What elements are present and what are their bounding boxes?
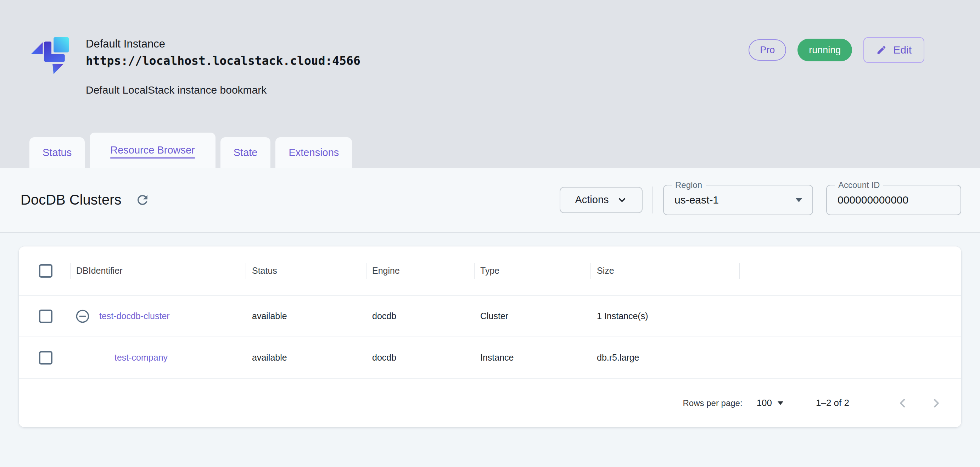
rows-per-page-select[interactable]: 100 <box>757 397 783 408</box>
column-header-type: Type <box>474 266 590 276</box>
refresh-icon <box>135 193 150 207</box>
account-id-field[interactable]: Account ID 000000000000 <box>826 185 961 215</box>
actions-button-label: Actions <box>575 194 609 206</box>
region-select-label: Region <box>671 180 706 190</box>
table-header-checkbox-cell <box>19 264 70 277</box>
minus-circle-icon <box>75 309 90 324</box>
pagination-range: 1–2 of 2 <box>816 397 849 408</box>
row-checkbox[interactable] <box>39 351 52 365</box>
row-type-cell: Instance <box>474 352 590 363</box>
header-badges: Pro running Edit <box>749 37 924 63</box>
rows-per-page-label: Rows per page: <box>683 398 743 408</box>
column-header-dbidentifier: DBIdentifier <box>70 266 246 276</box>
clusters-table-card: DBIdentifier Status Engine Type Size <box>19 247 961 427</box>
tab-status[interactable]: Status <box>29 137 85 168</box>
chevron-right-icon <box>929 396 943 410</box>
row-engine-cell: docdb <box>366 352 474 363</box>
row-status-cell: available <box>246 352 366 363</box>
instance-url: https://localhost.localstack.cloud:4566 <box>86 54 360 68</box>
region-select[interactable]: Region us-east-1 <box>663 185 813 215</box>
chevron-down-icon <box>617 194 627 205</box>
instance-header: Default Instance https://localhost.local… <box>0 0 980 168</box>
refresh-button[interactable] <box>134 192 151 208</box>
plan-badge: Pro <box>749 39 786 61</box>
row-engine-cell: docdb <box>366 311 474 321</box>
table-row: test-docdb-cluster available docdb Clust… <box>19 295 961 336</box>
row-dbidentifier-cell: test-company <box>70 352 246 363</box>
column-header-engine: Engine <box>366 266 474 276</box>
instance-link[interactable]: test-company <box>115 352 168 363</box>
dropdown-arrow-icon <box>778 402 783 405</box>
rows-per-page-value: 100 <box>757 397 772 408</box>
instance-subtitle: Default LocalStack instance bookmark <box>86 84 360 96</box>
tab-state[interactable]: State <box>220 137 271 168</box>
account-id-value: 000000000000 <box>837 194 908 206</box>
row-size-cell: db.r5.large <box>590 352 739 363</box>
row-checkbox-cell <box>19 309 70 323</box>
dropdown-arrow-icon <box>795 198 802 202</box>
tab-resource-browser[interactable]: Resource Browser <box>90 132 215 168</box>
tab-bar: Status Resource Browser State Extensions <box>29 132 352 168</box>
page-title: DocDB Clusters <box>21 192 122 208</box>
row-checkbox[interactable] <box>39 309 52 323</box>
localstack-logo <box>31 37 69 75</box>
column-header-size: Size <box>590 266 739 276</box>
status-badge: running <box>797 39 852 61</box>
collapse-row-button[interactable] <box>75 309 90 324</box>
tab-extensions[interactable]: Extensions <box>275 137 352 168</box>
row-checkbox-cell <box>19 351 70 365</box>
row-status-cell: available <box>246 311 366 321</box>
row-type-cell: Cluster <box>474 311 590 321</box>
cluster-link[interactable]: test-docdb-cluster <box>99 311 170 321</box>
toolbar-divider <box>652 186 653 214</box>
select-all-checkbox[interactable] <box>39 264 52 277</box>
row-size-cell: 1 Instance(s) <box>590 311 739 321</box>
edit-button-label: Edit <box>893 44 912 56</box>
pencil-icon <box>876 45 887 55</box>
resource-content: DBIdentifier Status Engine Type Size <box>0 233 980 427</box>
edit-button[interactable]: Edit <box>863 37 924 63</box>
table-header-row: DBIdentifier Status Engine Type Size <box>19 247 961 295</box>
actions-button[interactable]: Actions <box>560 187 643 213</box>
chevron-left-icon <box>896 396 910 410</box>
previous-page-button[interactable] <box>894 395 911 411</box>
account-id-label: Account ID <box>835 180 883 190</box>
row-dbidentifier-cell: test-docdb-cluster <box>70 309 246 324</box>
table-pagination: Rows per page: 100 1–2 of 2 <box>19 378 961 427</box>
region-select-value: us-east-1 <box>675 194 719 206</box>
column-header-status: Status <box>246 266 366 276</box>
instance-title: Default Instance <box>86 37 360 50</box>
next-page-button[interactable] <box>928 395 944 411</box>
resource-toolbar: DocDB Clusters Actions Region us-east-1 … <box>0 168 980 233</box>
table-row: test-company available docdb Instance db… <box>19 336 961 378</box>
